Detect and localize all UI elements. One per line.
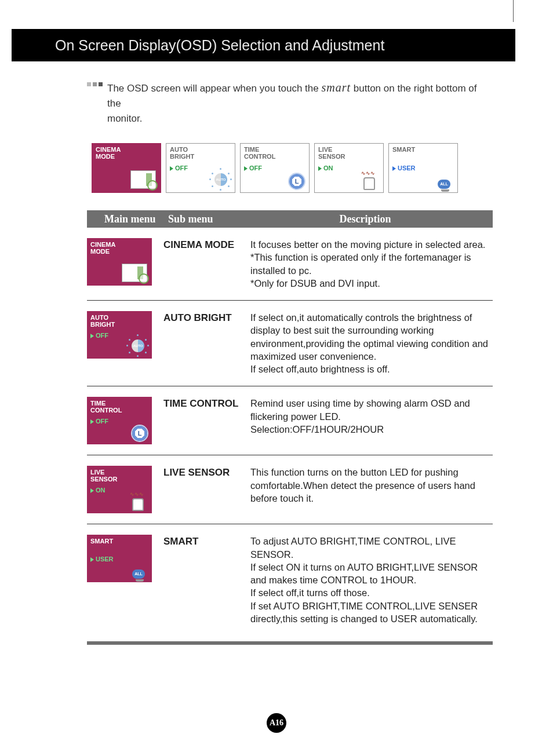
page-header: On Screen Display(OSD) Selection and Adj…	[12, 29, 515, 61]
intro-line2: monitor.	[107, 113, 142, 124]
osd-tile-cinema[interactable]: CINEMAMODE	[92, 143, 161, 193]
table-row: AUTOBRIGHTOFFAUTOAUTO BRIGHTIf select on…	[87, 301, 493, 386]
th-sub-menu: Sub menu	[168, 213, 272, 225]
auto-bright-icon: AUTO	[210, 169, 231, 190]
tile-title: CINEMAMODE	[96, 146, 157, 160]
smart-word: smart	[322, 81, 351, 94]
thumb-status: USER	[90, 556, 114, 563]
tile-status: ON	[318, 165, 333, 171]
row-label: SMART	[163, 535, 250, 547]
smart-all-icon: ALL	[438, 175, 453, 190]
cinema-icon	[130, 170, 156, 189]
thumb-title: TIMECONTROL	[90, 400, 148, 414]
table-row: CINEMAMODECINEMA MODEIt focuses better o…	[87, 228, 493, 301]
hand-sensor-icon: ∿∿∿	[360, 170, 380, 190]
tile-status: USER	[392, 165, 416, 171]
content-area: The OSD screen will appear when you touc…	[87, 79, 493, 645]
row-thumb-cinema: CINEMAMODE	[87, 238, 152, 286]
tile-title: TIMECONTROL	[244, 146, 305, 160]
th-main-menu: Main menu	[87, 213, 168, 225]
row-thumb-time: TIMECONTROLOFFL	[87, 397, 152, 444]
row-thumb-smart: SMARTUSERALL	[87, 535, 152, 582]
osd-tile-auto[interactable]: AUTOBRIGHTOFFAUTO	[166, 143, 235, 193]
smart-all-icon: ALL	[132, 565, 147, 580]
row-label: AUTO BRIGHT	[163, 311, 250, 324]
table-row: LIVESENSORON∿∿∿LIVE SENSORThis function …	[87, 455, 493, 524]
clock-icon: L	[289, 174, 304, 189]
table-rows: CINEMAMODECINEMA MODEIt focuses better o…	[87, 228, 493, 636]
row-description: If select on,it automatically controls t…	[250, 311, 493, 375]
osd-tile-smart[interactable]: SMARTUSERALL	[388, 143, 458, 193]
clock-icon: L	[132, 426, 147, 441]
row-thumb-auto: AUTOBRIGHTOFFAUTO	[87, 311, 152, 359]
row-description: It focuses better on the moving picture …	[250, 238, 493, 290]
thumb-status: OFF	[90, 332, 108, 339]
row-description: To adjust AUTO BRIGHT,TIME CONTROL, LIVE…	[250, 535, 493, 625]
cinema-icon	[122, 264, 147, 282]
osd-tile-live[interactable]: LIVESENSORON∿∿∿	[314, 143, 384, 193]
table-row: SMARTUSERALLSMARTTo adjust AUTO BRIGHT,T…	[87, 524, 493, 636]
crop-mark	[513, 0, 514, 22]
thumb-title: LIVESENSOR	[90, 469, 148, 483]
footer-bar	[87, 641, 493, 645]
hand-sensor-icon: ∿∿∿	[129, 491, 148, 511]
tile-title: LIVESENSOR	[318, 146, 380, 160]
tile-status: OFF	[244, 165, 262, 171]
thumb-title: SMART	[90, 538, 148, 545]
row-label: TIME CONTROL	[163, 397, 250, 410]
thumb-title: CINEMAMODE	[90, 241, 148, 255]
tile-title: AUTOBRIGHT	[170, 146, 231, 160]
tile-title: SMART	[392, 146, 454, 153]
row-description: Remind user using time by showing alarm …	[250, 397, 493, 436]
tile-status: OFF	[170, 165, 188, 171]
page-number: A16	[267, 713, 286, 733]
intro-line: The OSD screen will appear when you touc…	[87, 79, 493, 126]
table-row: TIMECONTROLOFFLTIME CONTROLRemind user u…	[87, 386, 493, 455]
row-label: CINEMA MODE	[163, 238, 250, 251]
osd-tile-time[interactable]: TIMECONTROLOFFL	[240, 143, 310, 193]
osd-tile-row: CINEMAMODEAUTOBRIGHTOFFAUTOTIMECONTROLOF…	[92, 143, 493, 193]
row-label: LIVE SENSOR	[163, 466, 250, 479]
table-header: Main menu Sub menu Description	[87, 210, 493, 228]
intro-text: The OSD screen will appear when you touc…	[107, 79, 493, 126]
auto-bright-icon: AUTO	[128, 335, 148, 356]
bullet-icon	[87, 82, 103, 86]
thumb-title: AUTOBRIGHT	[90, 314, 148, 328]
th-description: Description	[272, 213, 493, 225]
row-description: This function turns on the button LED fo…	[250, 466, 493, 505]
thumb-status: ON	[90, 487, 105, 494]
thumb-status: OFF	[90, 418, 108, 425]
intro-part1: The OSD screen will appear when you touc…	[107, 83, 319, 94]
row-thumb-live: LIVESENSORON∿∿∿	[87, 466, 152, 513]
